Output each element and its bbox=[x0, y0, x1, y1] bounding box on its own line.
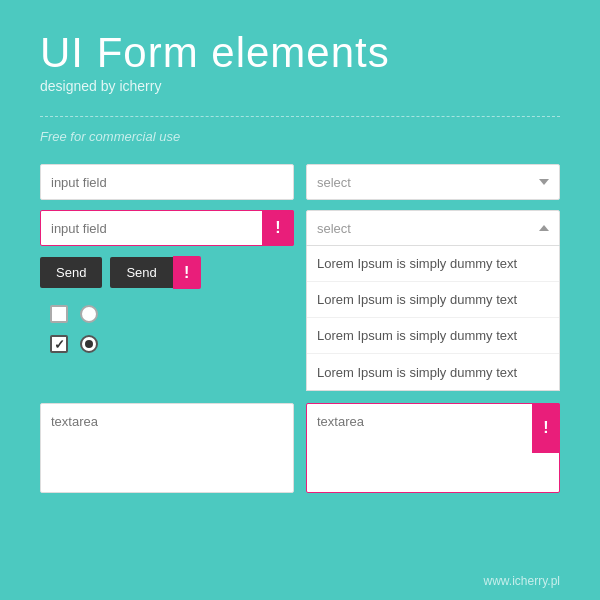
page-subtitle: designed by icherry bbox=[40, 78, 560, 94]
dropdown-item-3[interactable]: Lorem Ipsum is simply dummy text bbox=[307, 318, 559, 354]
header: UI Form elements designed by icherry bbox=[0, 0, 600, 104]
send-button-error[interactable]: Send bbox=[110, 257, 172, 288]
dropdown-list: Lorem Ipsum is simply dummy text Lorem I… bbox=[306, 246, 560, 391]
controls-row: ✓ bbox=[40, 299, 294, 359]
textarea-normal-wrapper bbox=[40, 403, 294, 497]
input-error-badge: ! bbox=[262, 210, 294, 246]
dropdown-item-2[interactable]: Lorem Ipsum is simply dummy text bbox=[307, 282, 559, 318]
textarea-normal[interactable] bbox=[40, 403, 294, 493]
main-content: ! Send Send ! ✓ bbox=[0, 164, 600, 391]
page-title: UI Form elements bbox=[40, 30, 560, 76]
select-arrow-up-icon bbox=[539, 225, 549, 231]
send-button-normal[interactable]: Send bbox=[40, 257, 102, 288]
radio-dot bbox=[85, 340, 93, 348]
select-collapsed[interactable]: select bbox=[306, 164, 560, 200]
radio-checked[interactable] bbox=[80, 335, 98, 353]
left-column: ! Send Send ! ✓ bbox=[40, 164, 294, 391]
select-arrow-down-icon bbox=[539, 179, 549, 185]
radio-unchecked[interactable] bbox=[80, 305, 98, 323]
checkbox-checked[interactable]: ✓ bbox=[50, 335, 68, 353]
input-error-wrapper: ! bbox=[40, 210, 294, 246]
textarea-error-wrapper: ! bbox=[306, 403, 560, 497]
footer-url: www.icherry.pl bbox=[484, 574, 560, 588]
send-error-badge: ! bbox=[173, 256, 201, 289]
divider bbox=[40, 116, 560, 117]
select-collapsed-text: select bbox=[317, 175, 539, 190]
select-open-text: select bbox=[317, 221, 539, 236]
send-button-error-wrapper: Send ! bbox=[110, 256, 200, 289]
select-open-container: select Lorem Ipsum is simply dummy text … bbox=[306, 210, 560, 391]
input-normal[interactable] bbox=[40, 164, 294, 200]
textarea-section: ! bbox=[0, 391, 600, 497]
right-column: select select Lorem Ipsum is simply dumm… bbox=[306, 164, 560, 391]
input-error-field[interactable] bbox=[40, 210, 294, 246]
dropdown-item-1[interactable]: Lorem Ipsum is simply dummy text bbox=[307, 246, 559, 282]
buttons-row: Send Send ! bbox=[40, 256, 294, 289]
select-open-header[interactable]: select bbox=[306, 210, 560, 246]
free-text: Free for commercial use bbox=[0, 129, 600, 144]
checkbox-unchecked[interactable] bbox=[50, 305, 68, 323]
input-normal-wrapper bbox=[40, 164, 294, 200]
textarea-error-badge: ! bbox=[532, 403, 560, 453]
textarea-error-field[interactable] bbox=[306, 403, 560, 493]
dropdown-item-4[interactable]: Lorem Ipsum is simply dummy text bbox=[307, 354, 559, 390]
controls-grid: ✓ bbox=[50, 305, 104, 359]
